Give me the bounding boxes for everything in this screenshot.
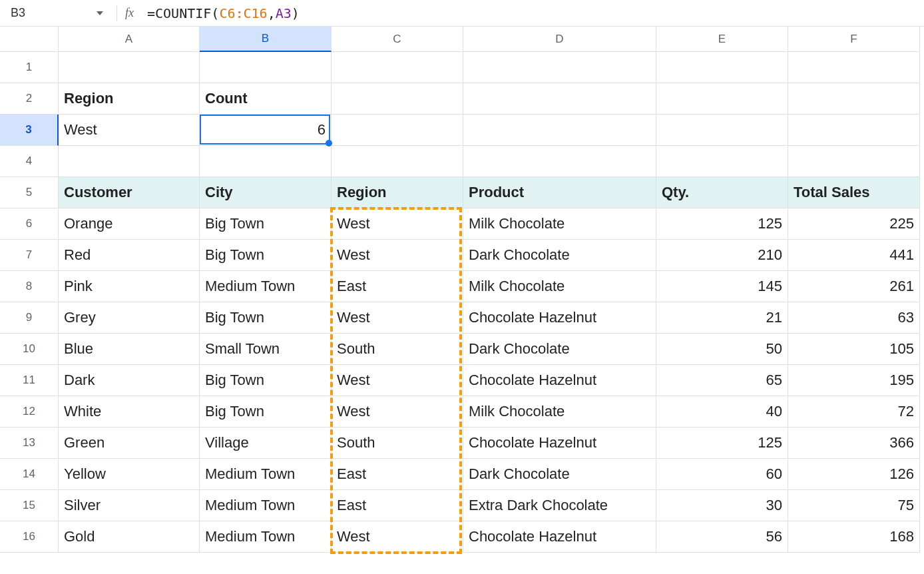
cell[interactable]: Region <box>59 83 200 115</box>
cell[interactable] <box>332 115 463 146</box>
cell[interactable]: Dark Chocolate <box>463 334 656 365</box>
cell[interactable]: Medium Town <box>200 490 332 521</box>
table-header[interactable]: Region <box>332 177 463 208</box>
cell[interactable]: Green <box>59 428 200 459</box>
cell[interactable]: Dark Chocolate <box>463 459 656 490</box>
cell[interactable]: West <box>332 521 463 553</box>
cell[interactable]: Medium Town <box>200 521 332 553</box>
cell[interactable]: Medium Town <box>200 271 332 302</box>
cell[interactable]: Small Town <box>200 334 332 365</box>
cell[interactable] <box>656 83 788 115</box>
cell[interactable] <box>463 83 656 115</box>
cell[interactable] <box>200 52 332 83</box>
cell[interactable]: Medium Town <box>200 459 332 490</box>
name-box[interactable]: B3 <box>5 4 109 23</box>
cell[interactable]: West <box>332 365 463 396</box>
cell[interactable]: Extra Dark Chocolate <box>463 490 656 521</box>
cell[interactable]: South <box>332 334 463 365</box>
cell[interactable] <box>59 146 200 177</box>
table-header[interactable]: City <box>200 177 332 208</box>
cell[interactable]: Big Town <box>200 208 332 240</box>
row-header[interactable]: 10 <box>0 334 59 365</box>
cell[interactable]: West <box>332 396 463 428</box>
table-header[interactable]: Product <box>463 177 656 208</box>
table-header[interactable]: Qty. <box>656 177 788 208</box>
cell[interactable]: Grey <box>59 302 200 334</box>
cell[interactable]: 125 <box>656 208 788 240</box>
cell[interactable]: Yellow <box>59 459 200 490</box>
cell[interactable] <box>656 115 788 146</box>
col-header-D[interactable]: D <box>463 27 656 52</box>
cell[interactable]: Chocolate Hazelnut <box>463 428 656 459</box>
cell[interactable] <box>332 52 463 83</box>
cell[interactable]: East <box>332 490 463 521</box>
cell[interactable]: 195 <box>788 365 920 396</box>
cell[interactable]: Count <box>200 83 332 115</box>
cell[interactable]: 225 <box>788 208 920 240</box>
row-header[interactable]: 8 <box>0 271 59 302</box>
cell[interactable] <box>332 146 463 177</box>
cell[interactable]: 56 <box>656 521 788 553</box>
cell[interactable]: Milk Chocolate <box>463 271 656 302</box>
cell[interactable]: Pink <box>59 271 200 302</box>
cell[interactable]: Big Town <box>200 240 332 271</box>
cell[interactable]: 30 <box>656 490 788 521</box>
row-header[interactable]: 3 <box>0 115 59 146</box>
select-all-corner[interactable] <box>0 27 59 52</box>
cell[interactable]: 125 <box>656 428 788 459</box>
cell[interactable]: Milk Chocolate <box>463 208 656 240</box>
cell[interactable]: Blue <box>59 334 200 365</box>
cell[interactable]: Dark <box>59 365 200 396</box>
row-header[interactable]: 9 <box>0 302 59 334</box>
cell[interactable]: East <box>332 459 463 490</box>
cell[interactable] <box>463 146 656 177</box>
cell-B3[interactable]: 6 <box>200 115 332 146</box>
cell[interactable] <box>200 146 332 177</box>
cell[interactable]: White <box>59 396 200 428</box>
row-header[interactable]: 11 <box>0 365 59 396</box>
cell[interactable]: 366 <box>788 428 920 459</box>
cell[interactable] <box>788 146 920 177</box>
cell[interactable]: 441 <box>788 240 920 271</box>
cell[interactable]: Village <box>200 428 332 459</box>
cell[interactable]: 40 <box>656 396 788 428</box>
cell[interactable] <box>463 52 656 83</box>
cell[interactable] <box>788 83 920 115</box>
cell[interactable]: East <box>332 271 463 302</box>
cell[interactable]: Red <box>59 240 200 271</box>
cell[interactable]: Milk Chocolate <box>463 396 656 428</box>
cell[interactable] <box>656 146 788 177</box>
chevron-down-icon[interactable] <box>97 11 103 15</box>
cell[interactable]: South <box>332 428 463 459</box>
cell-A3[interactable]: West <box>59 115 200 146</box>
cell[interactable]: West <box>332 240 463 271</box>
cell[interactable] <box>788 115 920 146</box>
spreadsheet-grid[interactable]: A B C D E F 1 2 Region Count 3 West 6 4 … <box>0 27 924 553</box>
cell[interactable]: 50 <box>656 334 788 365</box>
cell[interactable]: 105 <box>788 334 920 365</box>
cell[interactable]: 75 <box>788 490 920 521</box>
cell[interactable] <box>788 52 920 83</box>
cell[interactable]: Chocolate Hazelnut <box>463 365 656 396</box>
cell[interactable]: 21 <box>656 302 788 334</box>
cell[interactable]: Gold <box>59 521 200 553</box>
row-header[interactable]: 12 <box>0 396 59 428</box>
col-header-F[interactable]: F <box>788 27 920 52</box>
col-header-E[interactable]: E <box>656 27 788 52</box>
cell[interactable] <box>463 115 656 146</box>
cell[interactable]: Big Town <box>200 302 332 334</box>
cell[interactable]: Silver <box>59 490 200 521</box>
cell[interactable]: 63 <box>788 302 920 334</box>
cell[interactable]: 261 <box>788 271 920 302</box>
row-header[interactable]: 6 <box>0 208 59 240</box>
cell[interactable]: 65 <box>656 365 788 396</box>
cell[interactable]: Big Town <box>200 396 332 428</box>
row-header[interactable]: 1 <box>0 52 59 83</box>
table-header[interactable]: Customer <box>59 177 200 208</box>
row-header[interactable]: 15 <box>0 490 59 521</box>
row-header[interactable]: 13 <box>0 428 59 459</box>
cell[interactable]: Big Town <box>200 365 332 396</box>
row-header[interactable]: 7 <box>0 240 59 271</box>
cell[interactable]: 72 <box>788 396 920 428</box>
cell[interactable]: Dark Chocolate <box>463 240 656 271</box>
